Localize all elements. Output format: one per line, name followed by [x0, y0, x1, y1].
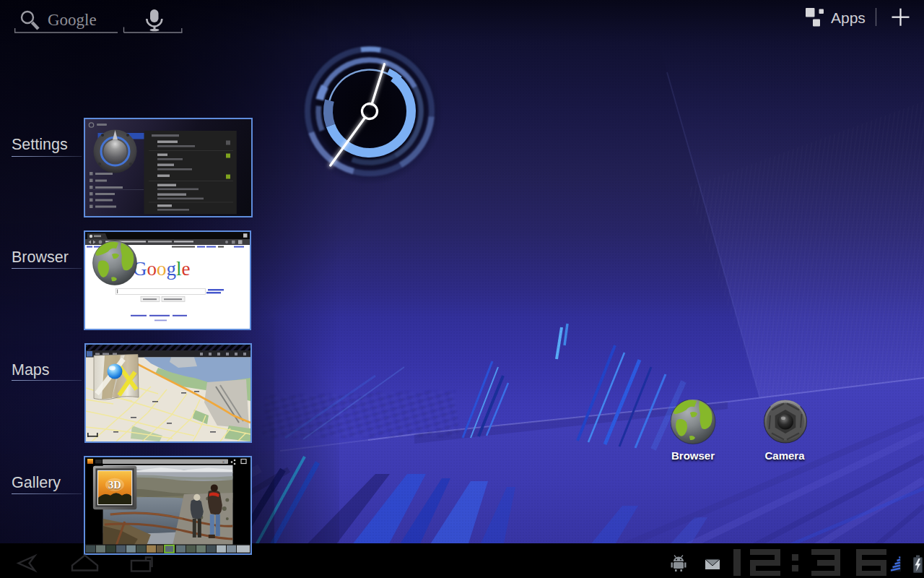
svg-text:Apps: Apps [831, 9, 866, 26]
svg-text:3D: 3D [108, 479, 121, 491]
svg-text:Google: Google [48, 11, 97, 29]
svg-text:Google: Google [133, 258, 191, 280]
svg-text:x: x [222, 460, 225, 464]
